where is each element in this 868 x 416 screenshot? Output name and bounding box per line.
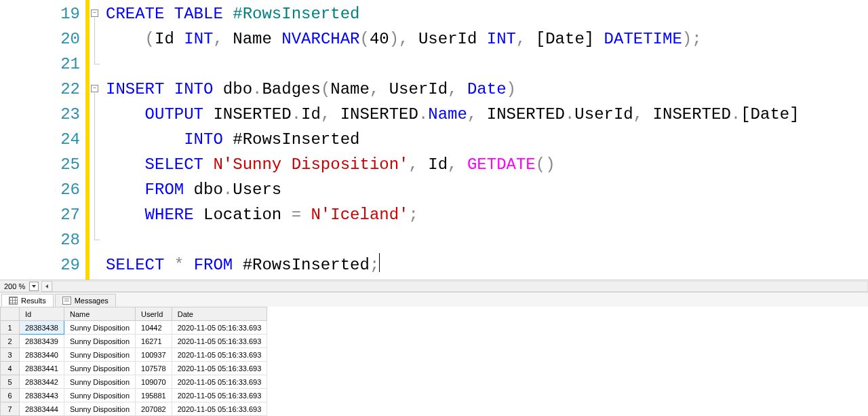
- cell[interactable]: 28383440: [20, 348, 64, 362]
- cell[interactable]: 2020-11-05 05:16:33.693: [172, 348, 267, 362]
- line-number-gutter: 1920212223242526272829: [0, 0, 85, 280]
- column-header[interactable]: UserId: [136, 307, 172, 321]
- results-tabs: Results Messages: [0, 292, 868, 307]
- cell[interactable]: 28383439: [20, 335, 64, 348]
- cell[interactable]: 2020-11-05 05:16:33.693: [172, 321, 267, 335]
- cell[interactable]: Sunny Disposition: [64, 375, 135, 389]
- cell[interactable]: 28383444: [20, 402, 64, 416]
- column-header[interactable]: Id: [20, 307, 64, 321]
- cell[interactable]: Sunny Disposition: [64, 362, 135, 375]
- code-line[interactable]: OUTPUT INSERTED.Id, INSERTED.Name, INSER…: [106, 102, 868, 127]
- line-number: 20: [0, 26, 80, 52]
- table-row[interactable]: 228383439Sunny Disposition162712020-11-0…: [1, 335, 267, 348]
- code-line[interactable]: (Id INT, Name NVARCHAR(40), UserId INT, …: [106, 26, 868, 52]
- zoom-level: 200 %: [0, 282, 29, 290]
- cell[interactable]: Sunny Disposition: [64, 402, 135, 416]
- line-number: 28: [0, 227, 80, 252]
- cell[interactable]: 28383438: [20, 321, 64, 335]
- zoom-dropdown[interactable]: [29, 282, 39, 291]
- cell[interactable]: 10442: [136, 321, 172, 335]
- line-number: 21: [0, 52, 80, 77]
- cell[interactable]: 2020-11-05 05:16:33.693: [172, 362, 267, 375]
- cell[interactable]: 2020-11-05 05:16:33.693: [172, 389, 267, 402]
- line-number: 23: [0, 102, 80, 127]
- code-line[interactable]: SELECT N'Sunny Disposition', Id, GETDATE…: [106, 152, 868, 177]
- results-grid[interactable]: IdNameUserIdDate128383438Sunny Dispositi…: [0, 307, 868, 416]
- editor-status-bar: 200 %: [0, 280, 868, 292]
- cell[interactable]: 28383443: [20, 389, 64, 402]
- cell[interactable]: Sunny Disposition: [64, 321, 135, 335]
- row-number[interactable]: 7: [1, 402, 20, 416]
- cell[interactable]: 107578: [136, 362, 172, 375]
- tab-messages-label: Messages: [75, 297, 108, 305]
- line-number: 24: [0, 127, 80, 152]
- fold-toggle[interactable]: −: [91, 85, 98, 92]
- code-line[interactable]: CREATE TABLE #RowsInserted: [106, 1, 868, 26]
- grid-icon: [9, 297, 18, 305]
- row-number[interactable]: 3: [1, 348, 20, 362]
- code-line[interactable]: FROM dbo.Users: [106, 177, 868, 202]
- table-row[interactable]: 328383440Sunny Disposition1009372020-11-…: [1, 348, 267, 362]
- row-number[interactable]: 4: [1, 362, 20, 375]
- cell[interactable]: 28383441: [20, 362, 64, 375]
- text-cursor: [379, 253, 380, 272]
- line-number: 27: [0, 202, 80, 227]
- messages-icon: [62, 297, 71, 305]
- scroll-left-arrow[interactable]: [41, 281, 52, 292]
- cell[interactable]: Sunny Disposition: [64, 348, 135, 362]
- row-number[interactable]: 1: [1, 321, 20, 335]
- column-header[interactable]: Date: [172, 307, 267, 321]
- cell[interactable]: Sunny Disposition: [64, 335, 135, 348]
- code-line[interactable]: WHERE Location = N'Iceland';: [106, 202, 868, 227]
- sql-editor[interactable]: 1920212223242526272829 −− CREATE TABLE #…: [0, 0, 868, 280]
- code-line[interactable]: INSERT INTO dbo.Badges(Name, UserId, Dat…: [106, 77, 868, 102]
- tab-results[interactable]: Results: [1, 294, 54, 307]
- horizontal-scrollbar[interactable]: [52, 281, 868, 292]
- table-row[interactable]: 128383438Sunny Disposition104422020-11-0…: [1, 321, 267, 335]
- cell[interactable]: 28383442: [20, 375, 64, 389]
- cell[interactable]: 2020-11-05 05:16:33.693: [172, 402, 267, 416]
- table-row[interactable]: 528383442Sunny Disposition1090702020-11-…: [1, 375, 267, 389]
- code-text-area[interactable]: CREATE TABLE #RowsInserted (Id INT, Name…: [103, 0, 868, 280]
- code-line[interactable]: SELECT * FROM #RowsInserted;: [106, 252, 868, 278]
- code-fold-column: −−: [90, 0, 103, 280]
- column-header[interactable]: Name: [64, 307, 135, 321]
- line-number: 26: [0, 177, 80, 202]
- code-line[interactable]: [106, 227, 868, 252]
- cell[interactable]: 2020-11-05 05:16:33.693: [172, 375, 267, 389]
- line-number: 25: [0, 152, 80, 177]
- cell[interactable]: 100937: [136, 348, 172, 362]
- code-line[interactable]: [106, 52, 868, 77]
- fold-toggle[interactable]: −: [91, 10, 98, 17]
- cell[interactable]: 109070: [136, 375, 172, 389]
- table-row[interactable]: 728383444Sunny Disposition2070822020-11-…: [1, 402, 267, 416]
- line-number: 22: [0, 77, 80, 102]
- row-header-corner[interactable]: [1, 307, 20, 321]
- table-row[interactable]: 428383441Sunny Disposition1075782020-11-…: [1, 362, 267, 375]
- line-number: 29: [0, 252, 80, 278]
- cell[interactable]: Sunny Disposition: [64, 389, 135, 402]
- line-number: 19: [0, 1, 80, 26]
- tab-results-label: Results: [21, 297, 46, 305]
- cell[interactable]: 16271: [136, 335, 172, 348]
- row-number[interactable]: 2: [1, 335, 20, 348]
- row-number[interactable]: 6: [1, 389, 20, 402]
- cell[interactable]: 195881: [136, 389, 172, 402]
- cell[interactable]: 207082: [136, 402, 172, 416]
- tab-messages[interactable]: Messages: [55, 294, 116, 307]
- code-line[interactable]: INTO #RowsInserted: [106, 127, 868, 152]
- cell[interactable]: 2020-11-05 05:16:33.693: [172, 335, 267, 348]
- row-number[interactable]: 5: [1, 375, 20, 389]
- table-row[interactable]: 628383443Sunny Disposition1958812020-11-…: [1, 389, 267, 402]
